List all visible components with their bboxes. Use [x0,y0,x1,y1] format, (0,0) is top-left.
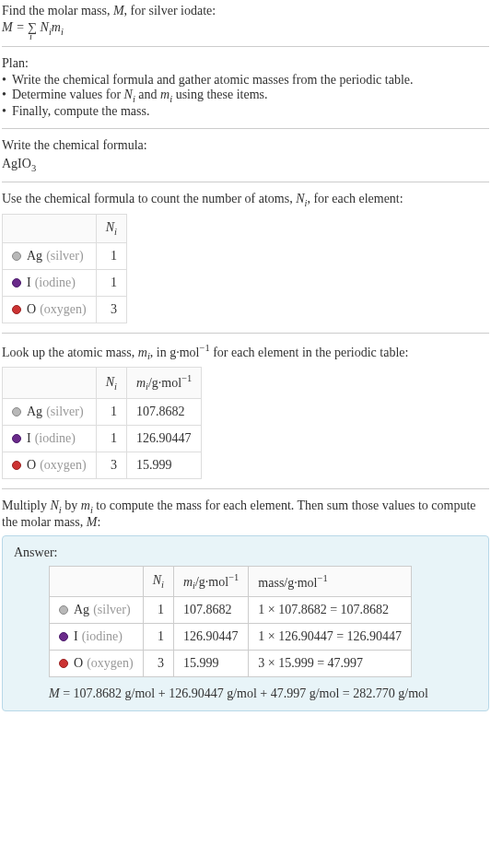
element-dot-icon [12,278,21,287]
answer-table: Ni mi/g·mol−1 mass/g·mol−1 Ag(silver) 1 … [49,566,412,677]
header-Ni: Ni [96,215,126,243]
table-row: I(iodine) 1 [3,269,127,296]
eq-N: N [41,20,49,34]
mass-text-c: for each element in the periodic table: [210,346,409,359]
element-symbol: I [27,431,31,446]
count-cell: 1 [96,398,126,425]
mass-cell: 126.90447 [173,624,248,651]
table-row: Ag(silver) 1 107.8682 1 × 107.8682 = 107… [50,597,412,624]
header-N-sub: i [161,580,164,590]
multiply-text-d: : [97,515,100,529]
neg1: −1 [228,572,239,582]
eq-m: m [52,20,61,34]
answer-content: Ni mi/g·mol−1 mass/g·mol−1 Ag(silver) 1 … [14,566,477,701]
chemical-formula-section: Write the chemical formula: AgIO3 [2,138,489,173]
element-name: (silver) [93,603,130,617]
table-row: I(iodine) 1 126.90447 1 × 126.90447 = 12… [50,624,412,651]
header-m-var: m [136,376,146,390]
calc-cell: 1 × 107.8682 = 107.8682 [249,597,412,624]
element-name: (silver) [46,405,83,419]
plan-item-text: Write the chemical formula and gather at… [12,73,414,88]
element-cell: Ag(silver) [50,597,144,624]
plan-title: Plan: [2,56,489,71]
divider [2,182,489,182]
header-mi: mi/g·mol−1 [126,368,201,398]
count-cell: 1 [96,425,126,452]
element-dot-icon [12,252,21,261]
count-cell: 1 [96,269,126,296]
element-symbol: O [27,302,36,317]
element-cell: O(oxygen) [50,651,144,677]
var-N: N [296,192,304,205]
table-row: O(oxygen) 3 15.999 3 × 15.999 = 47.997 [50,651,412,677]
element-dot-icon [59,659,68,668]
header-mass: mass/g·mol−1 [249,566,412,596]
table-row: O(oxygen) 3 15.999 [3,452,202,478]
atom-count-section: Use the chemical formula to count the nu… [2,192,489,323]
count-title: Use the chemical formula to count the nu… [2,192,489,208]
formula-main: AgIO [2,157,31,170]
atomic-mass-table: Ni mi/g·mol−1 Ag(silver) 1 107.8682 I(io… [2,367,202,478]
intro-text-b: , for silver iodate: [124,4,216,18]
var-m: m [138,346,147,359]
element-cell: I(iodine) [3,269,97,296]
table-row: O(oxygen) 3 [3,296,127,323]
table-header-row: Ni mi/g·mol−1 mass/g·mol−1 [50,566,412,596]
plan-section: Plan: • Write the chemical formula and g… [2,56,489,119]
count-cell: 1 [96,242,126,269]
header-empty [50,566,144,596]
intro-text: Find the molar mass, [2,4,113,18]
count-text-b: , for each element: [307,192,403,205]
header-N-sub: i [114,381,117,392]
table-row: I(iodine) 1 126.90447 [3,425,202,452]
eq-lhs: M = [2,20,28,34]
count-cell: 3 [96,452,126,478]
element-symbol: Ag [27,249,42,264]
mass-cell: 126.90447 [126,425,201,452]
mass-cell: 15.999 [173,651,248,677]
plan-text-end: using these items. [172,88,267,101]
eq-m-sub: i [61,27,64,37]
plan-item: • Write the chemical formula and gather … [2,73,489,88]
multiply-section: Multiply Ni by mi to compute the mass fo… [2,499,489,530]
neg1: −1 [181,373,192,383]
element-dot-icon [59,605,68,615]
header-mi: mi/g·mol−1 [173,566,248,596]
bullet: • [2,104,6,119]
element-cell: Ag(silver) [3,398,97,425]
chemical-formula: AgIO3 [2,157,489,173]
element-name: (iodine) [82,629,123,644]
element-name: (oxygen) [40,302,87,317]
plan-text-mid: and [135,88,160,101]
header-N-sub: i [114,227,117,237]
plan-item-text: Finally, compute the mass. [12,104,150,119]
mass-cell: 107.8682 [173,597,248,624]
header-N-var: N [153,573,161,587]
var-m: m [160,88,170,101]
plan-text-part: Determine values for [12,88,124,101]
mass-cell: 15.999 [126,452,201,478]
mass-text-b: , in g·mol [150,346,200,359]
element-name: (oxygen) [40,458,87,473]
count-cell: 3 [143,651,173,677]
sigma-sub: i [29,31,32,41]
divider [2,128,489,129]
header-empty [3,215,97,243]
answer-box: Answer: Ni mi/g·mol−1 mass/g·mol−1 Ag(si… [2,535,489,711]
header-N-var: N [106,375,114,389]
count-text-a: Use the chemical formula to count the nu… [2,192,296,205]
mass-text-a: Look up the atomic mass, [2,346,138,359]
intro-section: Find the molar mass, M, for silver iodat… [2,4,489,37]
element-cell: Ag(silver) [3,242,97,269]
final-eq-text: = 107.8682 g/mol + 126.90447 g/mol + 47.… [60,686,428,700]
answer-label: Answer: [14,545,477,560]
header-Ni: Ni [96,368,126,398]
element-name: (iodine) [35,276,76,290]
table-header-row: Ni mi/g·mol−1 [3,368,202,398]
element-cell: I(iodine) [3,425,97,452]
element-symbol: I [74,629,78,644]
var-M: M [113,4,124,18]
header-mass-text: mass/g·mol [258,575,317,589]
element-name: (oxygen) [87,656,134,671]
divider [2,488,489,489]
